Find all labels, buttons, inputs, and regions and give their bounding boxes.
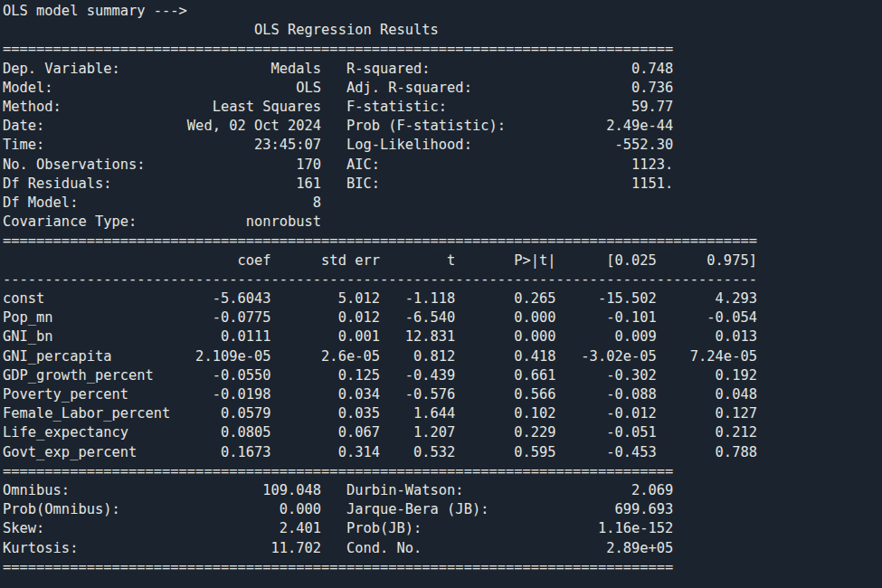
summary-row: Model: OLS Adj. R-squared: 0.736 xyxy=(3,79,882,98)
summary-row: Method: Least Squares F-statistic: 59.77 xyxy=(3,98,882,117)
diagnostics-row: Kurtosis: 11.702 Cond. No. 2.89e+05 xyxy=(3,539,882,558)
coef-row: Life_expectancy 0.0805 0.067 1.207 0.229… xyxy=(3,423,882,442)
separator-double: ========================================… xyxy=(3,558,882,577)
terminal-output: OLS model summary --->OLS Regression Res… xyxy=(0,0,882,577)
summary-row: Covariance Type: nonrobust xyxy=(3,213,882,232)
diagnostics-row: Prob(Omnibus): 0.000 Jarque-Bera (JB): 6… xyxy=(3,500,882,519)
summary-row: Time: 23:45:07 Log-Likelihood: -552.30 xyxy=(3,136,882,155)
coef-header-row: coef std err t P>|t| [0.025 0.975] xyxy=(3,251,882,270)
separator-double: ========================================… xyxy=(3,232,882,251)
summary-row: No. Observations: 170 AIC: 1123. xyxy=(3,156,882,175)
coef-row: Female_Labor_percent 0.0579 0.035 1.644 … xyxy=(3,404,882,423)
prompt-line: OLS model summary ---> xyxy=(3,2,882,21)
summary-row: Dep. Variable: Medals R-squared: 0.748 xyxy=(3,60,882,79)
summary-row: Df Residuals: 161 BIC: 1151. xyxy=(3,175,882,194)
coef-row: Pop_mn -0.0775 0.012 -6.540 0.000 -0.101… xyxy=(3,308,882,327)
diagnostics-row: Skew: 2.401 Prob(JB): 1.16e-152 xyxy=(3,519,882,538)
summary-row: Date: Wed, 02 Oct 2024 Prob (F-statistic… xyxy=(3,117,882,136)
coef-row: GDP_growth_percent -0.0550 0.125 -0.439 … xyxy=(3,366,882,385)
diagnostics-row: Omnibus: 109.048 Durbin-Watson: 2.069 xyxy=(3,481,882,500)
coef-row: Govt_exp_percent 0.1673 0.314 0.532 0.59… xyxy=(3,443,882,462)
coef-row: GNI_percapita 2.109e-05 2.6e-05 0.812 0.… xyxy=(3,347,882,366)
separator-double: ========================================… xyxy=(3,462,882,481)
results-title: OLS Regression Results xyxy=(3,21,882,40)
separator-dashed: ----------------------------------------… xyxy=(3,270,882,289)
coef-row: const -5.6043 5.012 -1.118 0.265 -15.502… xyxy=(3,289,882,308)
coef-row: Poverty_percent -0.0198 0.034 -0.576 0.5… xyxy=(3,385,882,404)
terminal-window: OLS model summary --->OLS Regression Res… xyxy=(0,0,882,588)
separator-double: ========================================… xyxy=(3,40,882,59)
coef-row: GNI_bn 0.0111 0.001 12.831 0.000 0.009 0… xyxy=(3,327,882,346)
summary-row: Df Model: 8 xyxy=(3,194,882,213)
